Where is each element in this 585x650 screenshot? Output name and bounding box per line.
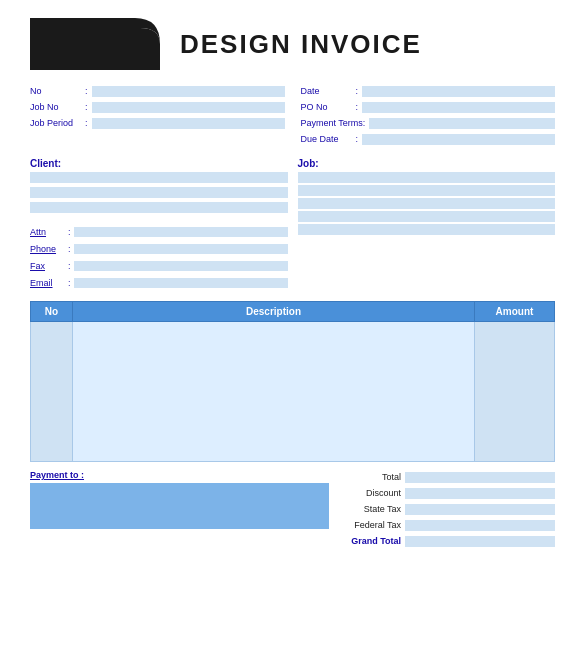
attn-field[interactable]	[74, 227, 288, 237]
payment-terms-row: Payment Terms :	[301, 116, 556, 130]
no-field[interactable]	[92, 86, 285, 97]
payment-terms-field[interactable]	[369, 118, 555, 129]
date-colon: :	[356, 86, 359, 96]
email-field[interactable]	[74, 278, 288, 288]
discount-label: Discount	[335, 488, 405, 498]
client-block: Client: Attn : Phone : Fax :	[30, 158, 288, 291]
due-date-colon: :	[356, 134, 359, 144]
attn-colon: :	[68, 227, 71, 237]
federal-tax-field[interactable]	[405, 520, 555, 531]
no-row: No :	[30, 84, 285, 98]
total-field[interactable]	[405, 472, 555, 483]
job-field-4[interactable]	[298, 211, 556, 222]
col-no: No	[31, 302, 73, 322]
job-period-row: Job Period :	[30, 116, 285, 130]
federal-tax-row: Federal Tax	[335, 518, 555, 532]
date-row: Date :	[301, 84, 556, 98]
client-label: Client:	[30, 158, 288, 169]
state-tax-field[interactable]	[405, 504, 555, 515]
totals-block: Total Discount State Tax Federal Tax Gra…	[335, 470, 555, 550]
state-tax-label: State Tax	[335, 504, 405, 514]
payment-block: Payment to :	[30, 470, 329, 529]
job-block: Job:	[298, 158, 556, 291]
payment-terms-label: Payment Terms	[301, 118, 363, 128]
job-label: Job:	[298, 158, 556, 169]
fax-colon: :	[68, 261, 71, 271]
table-body	[31, 322, 555, 462]
payment-label: Payment to :	[30, 470, 329, 480]
invoice-title: DESIGN INVOICE	[180, 29, 422, 60]
phone-label: Phone	[30, 244, 68, 254]
fax-field[interactable]	[74, 261, 288, 271]
td-no[interactable]	[31, 322, 73, 462]
phone-colon: :	[68, 244, 71, 254]
phone-field[interactable]	[74, 244, 288, 254]
job-period-colon: :	[85, 118, 88, 128]
no-label: No	[30, 86, 85, 96]
attn-label: Attn	[30, 227, 68, 237]
job-field-3[interactable]	[298, 198, 556, 209]
job-fields	[298, 172, 556, 235]
info-left: No : Job No : Job Period :	[30, 84, 285, 148]
state-tax-row: State Tax	[335, 502, 555, 516]
total-row: Total	[335, 470, 555, 484]
job-no-field[interactable]	[92, 102, 285, 113]
attn-row: Attn :	[30, 225, 288, 238]
job-period-label: Job Period	[30, 118, 85, 128]
discount-field[interactable]	[405, 488, 555, 499]
email-label: Email	[30, 278, 68, 288]
email-colon: :	[68, 278, 71, 288]
info-right: Date : PO No : Payment Terms : Due Date …	[301, 84, 556, 148]
client-fields: Attn : Phone : Fax : Email :	[30, 172, 288, 291]
no-colon: :	[85, 86, 88, 96]
po-no-field[interactable]	[362, 102, 555, 113]
date-label: Date	[301, 86, 356, 96]
grand-total-label: Grand Total	[335, 536, 405, 546]
po-no-label: PO No	[301, 102, 356, 112]
payment-terms-colon: :	[363, 118, 366, 128]
table-row	[31, 322, 555, 462]
total-label: Total	[335, 472, 405, 482]
due-date-label: Due Date	[301, 134, 356, 144]
table-header-row: No Description Amount	[31, 302, 555, 322]
grand-total-field[interactable]	[405, 536, 555, 547]
client-field-1[interactable]	[30, 172, 288, 183]
date-field[interactable]	[362, 86, 555, 97]
td-amount[interactable]	[475, 322, 555, 462]
invoice-table: No Description Amount	[30, 301, 555, 462]
due-date-field[interactable]	[362, 134, 555, 145]
job-no-row: Job No :	[30, 100, 285, 114]
phone-row: Phone :	[30, 242, 288, 255]
discount-row: Discount	[335, 486, 555, 500]
col-description: Description	[73, 302, 475, 322]
payment-field[interactable]	[30, 483, 329, 529]
footer-section: Payment to : Total Discount State Tax Fe…	[30, 470, 555, 550]
job-period-field[interactable]	[92, 118, 285, 129]
fax-label: Fax	[30, 261, 68, 271]
job-field-5[interactable]	[298, 224, 556, 235]
due-date-row: Due Date :	[301, 132, 556, 146]
company-logo	[30, 18, 160, 70]
job-field-2[interactable]	[298, 185, 556, 196]
client-job-section: Client: Attn : Phone : Fax :	[30, 158, 555, 291]
invoice-info-section: No : Job No : Job Period : Date :	[30, 84, 555, 148]
invoice-page: DESIGN INVOICE No : Job No : Job Period …	[0, 0, 585, 650]
po-no-row: PO No :	[301, 100, 556, 114]
fax-row: Fax :	[30, 259, 288, 272]
job-no-colon: :	[85, 102, 88, 112]
email-row: Email :	[30, 276, 288, 289]
invoice-header: DESIGN INVOICE	[30, 18, 555, 70]
po-no-colon: :	[356, 102, 359, 112]
td-description[interactable]	[73, 322, 475, 462]
client-field-3[interactable]	[30, 202, 288, 213]
client-field-2[interactable]	[30, 187, 288, 198]
job-no-label: Job No	[30, 102, 85, 112]
grand-total-row: Grand Total	[335, 534, 555, 548]
federal-tax-label: Federal Tax	[335, 520, 405, 530]
col-amount: Amount	[475, 302, 555, 322]
job-field-1[interactable]	[298, 172, 556, 183]
